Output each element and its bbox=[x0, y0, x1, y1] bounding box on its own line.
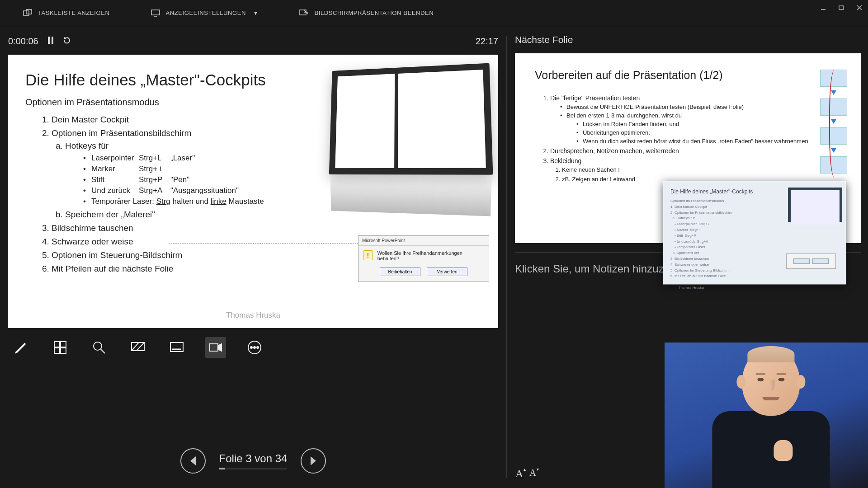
decrease-font-button[interactable]: A▾ bbox=[529, 468, 536, 480]
presenter-portrait bbox=[712, 348, 830, 488]
svg-rect-15 bbox=[61, 342, 66, 347]
next-slide-label: Nächste Folie bbox=[515, 34, 861, 45]
svg-rect-11 bbox=[48, 37, 50, 44]
current-clock: 22:17 bbox=[476, 36, 498, 47]
current-slide-preview[interactable]: Die Hilfe deines „Master"-Cockpits Optio… bbox=[8, 55, 498, 328]
end-slideshow-button[interactable]: BILDSCHIRMPRÄSENTATION BEENDEN bbox=[299, 8, 434, 18]
warning-icon: ! bbox=[363, 250, 373, 260]
next-item-1: Die "fertige" Präsentation testen Bewuss… bbox=[550, 94, 841, 145]
dialog-title: Microsoft PowerPoint bbox=[359, 236, 489, 246]
pause-timer-button[interactable] bbox=[47, 36, 54, 47]
elapsed-timer: 0:00:06 bbox=[8, 36, 38, 47]
svg-marker-32 bbox=[311, 456, 316, 465]
dialog-keep-button: Beibehalten bbox=[380, 267, 420, 276]
presenter-tools bbox=[8, 337, 498, 358]
presenter-toolbar: TASKLEISTE ANZEIGEN ANZEIGEEINSTELLUNGEN… bbox=[0, 0, 868, 26]
ink-dialog-image: Microsoft PowerPoint ! Wollen Sie Ihre F… bbox=[358, 235, 489, 282]
svg-point-28 bbox=[250, 347, 252, 348]
video-overlay-slide-thumb: Die Hilfe deines „Master"-Cockpits Optio… bbox=[663, 181, 846, 285]
svg-rect-14 bbox=[54, 342, 60, 347]
svg-rect-16 bbox=[54, 348, 60, 353]
camera-button[interactable] bbox=[205, 337, 226, 358]
svg-rect-12 bbox=[52, 37, 53, 44]
end-slideshow-label: BILDSCHIRMPRÄSENTATION BEENDEN bbox=[314, 9, 434, 16]
end-show-icon bbox=[299, 8, 309, 18]
slide-author: Thomas Hruska bbox=[226, 311, 280, 320]
all-slides-button[interactable] bbox=[50, 337, 71, 358]
svg-point-30 bbox=[257, 347, 259, 348]
pen-tool-button[interactable] bbox=[11, 337, 32, 358]
reset-timer-button[interactable] bbox=[63, 36, 71, 47]
svg-rect-6 bbox=[151, 10, 160, 15]
svg-rect-25 bbox=[210, 344, 218, 351]
dialog-discard-button: Verwerfen bbox=[427, 267, 467, 276]
next-item-2: Durchsprechen, Notizen machen, weiterred… bbox=[550, 147, 841, 155]
svg-point-18 bbox=[94, 342, 102, 350]
zoom-button[interactable] bbox=[89, 337, 109, 358]
svg-point-29 bbox=[254, 347, 255, 348]
monitor-reflection bbox=[330, 172, 492, 216]
taskbar-icon bbox=[23, 8, 33, 18]
display-settings-button[interactable]: ANZEIGEEINSTELLUNGEN ▼ bbox=[151, 8, 259, 18]
chevron-down-icon: ▼ bbox=[253, 10, 259, 16]
window-minimize-button[interactable] bbox=[819, 4, 827, 12]
previous-slide-button[interactable] bbox=[180, 448, 206, 474]
dialog-text: Wollen Sie Ihre Freihandanmerkungen beha… bbox=[377, 250, 484, 261]
flow-diagram-icon bbox=[820, 70, 847, 177]
display-settings-label: ANZEIGEEINSTELLUNGEN bbox=[166, 9, 246, 16]
svg-line-19 bbox=[101, 349, 105, 353]
window-maximize-button[interactable] bbox=[837, 4, 845, 12]
subtitle-button[interactable] bbox=[166, 337, 187, 358]
more-options-button[interactable] bbox=[244, 337, 265, 358]
show-taskbar-button[interactable]: TASKLEISTE ANZEIGEN bbox=[23, 8, 110, 18]
svg-rect-1 bbox=[839, 6, 844, 9]
monitor-mockup-image bbox=[329, 63, 493, 175]
next-item-3: Bekleidung Keine neuen Sachen ! zB. Zeig… bbox=[550, 157, 841, 183]
svg-marker-31 bbox=[190, 456, 196, 465]
next-slide-button[interactable] bbox=[301, 448, 326, 474]
svg-marker-26 bbox=[218, 344, 222, 351]
svg-rect-17 bbox=[61, 348, 66, 353]
slide-item-3: Bildschirme tauschen bbox=[52, 223, 481, 233]
display-icon bbox=[151, 8, 160, 18]
black-screen-button[interactable] bbox=[127, 337, 148, 358]
svg-line-13 bbox=[16, 343, 25, 352]
next-slide-title: Vorbereiten auf die Präsentation (1/2) bbox=[535, 69, 841, 82]
webcam-feed[interactable] bbox=[665, 343, 868, 488]
slide-counter: Folie 3 von 34 bbox=[219, 452, 288, 469]
svg-rect-23 bbox=[170, 343, 183, 352]
window-close-button[interactable] bbox=[855, 4, 863, 12]
increase-font-button[interactable]: A▴ bbox=[515, 468, 523, 480]
show-taskbar-label: TASKLEISTE ANZEIGEN bbox=[38, 9, 110, 16]
